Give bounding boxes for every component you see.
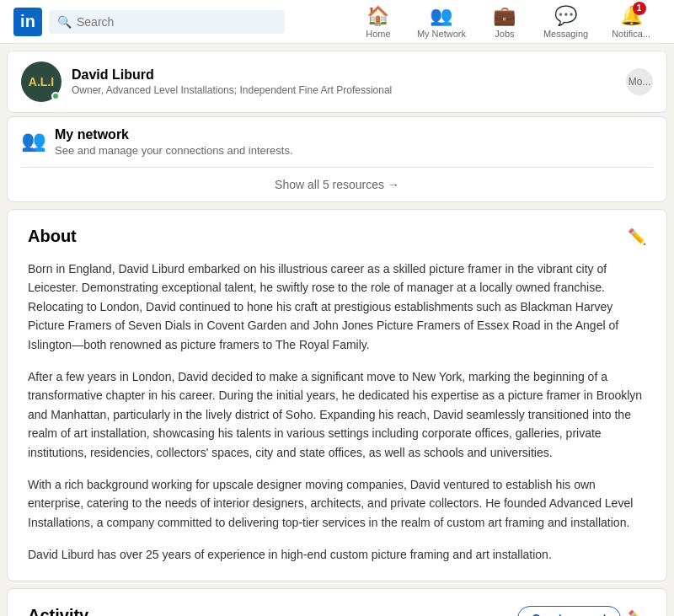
my-network-subtitle: See and manage your connections and inte… — [55, 144, 293, 157]
messaging-label: Messaging — [543, 29, 588, 39]
show-all-resources[interactable]: Show all 5 resources → — [21, 167, 653, 201]
jobs-icon: 💼 — [493, 5, 516, 27]
about-paragraph-1: Born in England, David Liburd embarked o… — [28, 260, 646, 354]
network-icon: 👥 — [430, 5, 452, 27]
create-post-button[interactable]: Create a post — [517, 606, 621, 616]
messaging-icon: 💬 — [554, 5, 577, 27]
activity-actions: Create a post ✏️ — [517, 606, 646, 616]
activity-edit-icon[interactable]: ✏️ — [628, 609, 646, 616]
my-network-header: 👥 My network See and manage your connect… — [21, 127, 653, 167]
about-paragraph-2: After a few years in London, David decid… — [28, 367, 646, 462]
about-paragraph-4: David Liburd has over 25 years of experi… — [28, 545, 646, 564]
about-edit-icon[interactable]: ✏️ — [628, 228, 646, 246]
activity-header: Activity 2,754 followers Create a post ✏… — [28, 606, 646, 616]
about-paragraph-3: With a rich background working for upsca… — [28, 475, 646, 532]
profile-title: Owner, Advanced Level Installations; Ind… — [72, 84, 392, 96]
linkedin-logo[interactable]: in — [13, 8, 42, 36]
about-text: Born in England, David Liburd embarked o… — [28, 260, 646, 564]
nav-item-messaging[interactable]: 💬 Messaging — [533, 5, 598, 39]
nav-item-home[interactable]: 🏠 Home — [353, 5, 404, 39]
activity-section: Activity 2,754 followers Create a post ✏… — [7, 588, 667, 616]
nav-item-jobs[interactable]: 💼 Jobs — [479, 5, 530, 39]
search-icon: 🔍 — [57, 15, 72, 29]
top-navigation: in 🔍 🏠 Home 👥 My Network 💼 Jobs 💬 Messag… — [0, 0, 674, 44]
more-button[interactable]: Mo... — [626, 68, 653, 95]
notifications-label: Notifica... — [612, 29, 650, 39]
network-label: My Network — [417, 29, 466, 39]
profile-info: David Liburd Owner, Advanced Level Insta… — [72, 67, 392, 96]
activity-title-group: Activity 2,754 followers — [28, 606, 106, 616]
nav-item-network[interactable]: 👥 My Network — [407, 5, 476, 39]
show-all-link[interactable]: Show all 5 resources → — [275, 178, 399, 191]
about-header: About ✏️ — [28, 227, 646, 246]
nav-items: 🏠 Home 👥 My Network 💼 Jobs 💬 Messaging 🔔… — [353, 5, 661, 39]
about-title: About — [28, 227, 77, 246]
notifications-icon: 🔔 1 — [620, 5, 643, 27]
avatar: A.L.I — [21, 62, 62, 102]
my-network-text: My network See and manage your connectio… — [55, 127, 293, 157]
online-indicator — [51, 92, 60, 100]
about-section: About ✏️ Born in England, David Liburd e… — [7, 209, 667, 581]
search-input[interactable] — [77, 15, 276, 29]
page-content: A.L.I David Liburd Owner, Advanced Level… — [0, 51, 674, 616]
network-group-icon: 👥 — [21, 129, 46, 153]
notification-badge: 1 — [633, 2, 646, 15]
home-icon: 🏠 — [366, 5, 389, 27]
profile-bar: A.L.I David Liburd Owner, Advanced Level… — [7, 51, 667, 113]
my-network-section: 👥 My network See and manage your connect… — [7, 116, 667, 202]
nav-item-notifications[interactable]: 🔔 1 Notifica... — [602, 5, 661, 39]
profile-name: David Liburd — [72, 67, 392, 83]
profile-bar-left: A.L.I David Liburd Owner, Advanced Level… — [21, 62, 392, 102]
jobs-label: Jobs — [495, 29, 514, 39]
my-network-title: My network — [55, 127, 293, 142]
home-label: Home — [366, 29, 390, 39]
search-bar[interactable]: 🔍 — [49, 10, 285, 34]
activity-title: Activity — [28, 606, 106, 616]
